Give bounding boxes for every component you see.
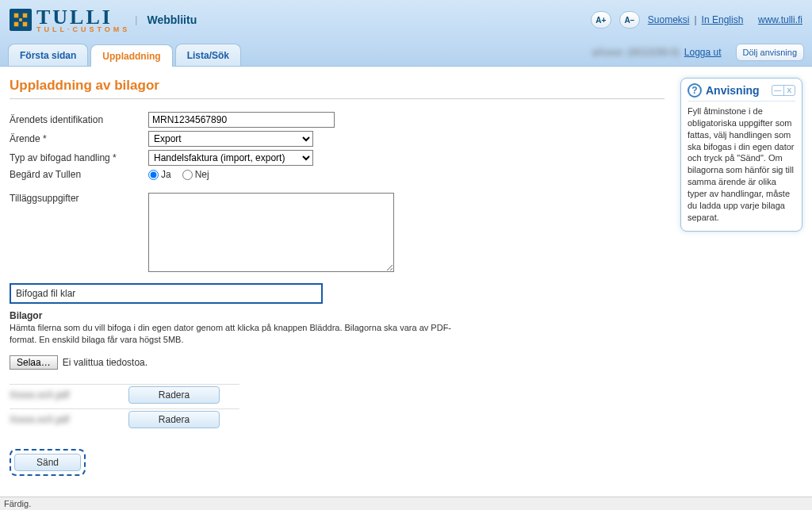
svg-rect-1 xyxy=(23,13,28,18)
svg-rect-0 xyxy=(14,13,19,18)
instructions-body: Fyll åtminstone i de obligatoriska uppgi… xyxy=(688,105,795,223)
lang-link-fi[interactable]: Suomeksi xyxy=(648,14,690,25)
radio-yes[interactable]: Ja xyxy=(148,169,171,180)
logo-text-sub: TULL·CUSTOMS xyxy=(36,26,130,33)
textarea-extra-info[interactable] xyxy=(148,193,394,272)
send-highlight: Sänd xyxy=(10,449,86,476)
status-bar: Färdig. xyxy=(0,497,812,500)
hide-instructions-button[interactable]: Dölj anvisning xyxy=(736,44,804,61)
svg-rect-4 xyxy=(19,18,22,21)
label-extra-info: Tilläggsuppgifter xyxy=(10,193,148,204)
userid-blurred: (0010290-0) xyxy=(627,47,679,58)
file-name-2: Xxxxx.xxX.pdf xyxy=(10,414,81,425)
delete-button-2[interactable]: Radera xyxy=(128,411,220,428)
text-size-increase-button[interactable]: A+ xyxy=(591,11,611,29)
instructions-window-controls: — X xyxy=(772,85,795,96)
logo: TULLI TULL·CUSTOMS | Webbliitu xyxy=(10,7,197,33)
minimize-icon[interactable]: — xyxy=(772,86,784,95)
instructions-panel: ? Anvisning — X Fyll åtminstone i de obl… xyxy=(680,78,802,500)
tab-bar: Första sidan Uppladdning Lista/Sök aXxxx… xyxy=(0,40,812,67)
site-link[interactable]: www.tulli.fi xyxy=(758,14,802,25)
username-blurred: aXxxxx xyxy=(592,47,623,58)
label-arende: Ärende * xyxy=(10,133,148,144)
app-header: TULLI TULL·CUSTOMS | Webbliitu A+ A– Suo… xyxy=(0,0,812,40)
status-text: Färdig. xyxy=(4,499,31,500)
input-identification[interactable] xyxy=(148,112,335,128)
no-file-text: Ei valittua tiedostoa. xyxy=(63,357,147,368)
info-box-file-ready: Bifogad fil klar xyxy=(10,283,323,304)
send-button[interactable]: Sänd xyxy=(14,454,81,471)
instructions-title: Anvisning xyxy=(706,84,760,97)
help-attachments: Hämta filerna som du vill bifoga i din e… xyxy=(10,322,454,346)
label-attachment-type: Typ av bifogad handling * xyxy=(10,152,148,163)
svg-rect-3 xyxy=(23,22,28,27)
tab-first-page[interactable]: Första sidan xyxy=(8,44,88,66)
tab-list-search[interactable]: Lista/Sök xyxy=(175,44,241,66)
delete-button-1[interactable]: Radera xyxy=(128,386,220,404)
svg-rect-2 xyxy=(14,22,19,27)
radio-no[interactable]: Nej xyxy=(182,169,209,180)
logo-text-main: TULLI xyxy=(36,7,130,28)
text-size-decrease-button[interactable]: A– xyxy=(619,11,640,29)
label-attachments-section: Bilagor xyxy=(10,310,665,321)
file-name-1: Xxxxx.xxX.pdf xyxy=(10,389,81,401)
browse-button[interactable]: Selaa… xyxy=(10,355,58,370)
select-attachment-type[interactable]: Handelsfaktura (import, export) xyxy=(148,150,313,166)
radio-yes-input[interactable] xyxy=(148,170,159,180)
page-title: Uppladdning av bilagor xyxy=(10,78,665,99)
close-icon[interactable]: X xyxy=(784,86,795,95)
tab-upload[interactable]: Uppladdning xyxy=(90,44,172,67)
label-identification: Ärendets identifikation xyxy=(10,114,148,125)
lang-link-en[interactable]: In English xyxy=(702,14,744,25)
service-name: Webbliitu xyxy=(147,13,197,26)
main-content: Uppladdning av bilagor Ärendets identifi… xyxy=(10,78,665,500)
logout-link[interactable]: Logga ut xyxy=(684,47,722,58)
radio-no-input[interactable] xyxy=(182,170,193,180)
user-row: aXxxxx (0010290-0) Logga ut Dölj anvisni… xyxy=(592,44,804,61)
select-arende[interactable]: Export xyxy=(148,131,313,147)
help-icon: ? xyxy=(688,83,702,98)
label-requested: Begärd av Tullen xyxy=(10,169,148,180)
logo-icon xyxy=(10,9,32,31)
